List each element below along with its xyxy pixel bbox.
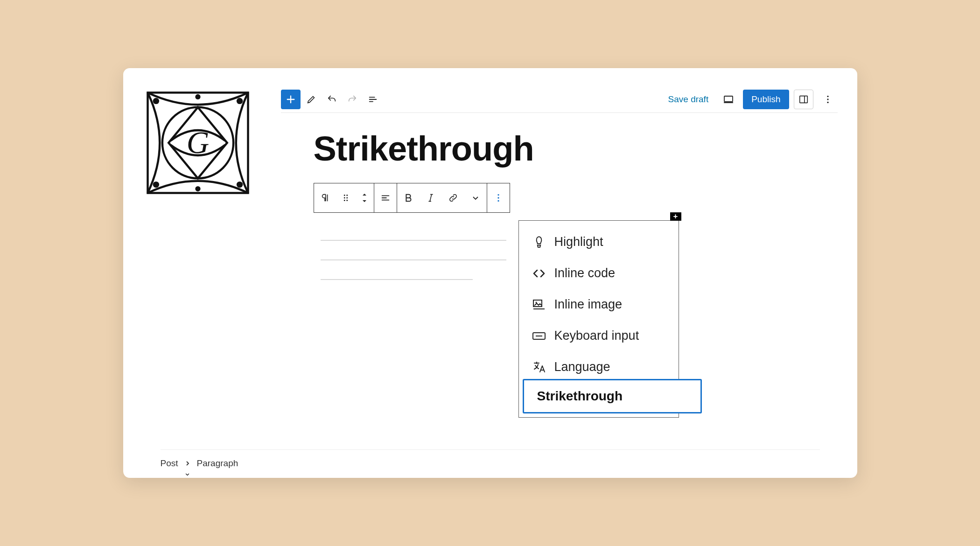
redo-button[interactable] [343, 90, 362, 109]
dropdown-plus-tab: + [670, 212, 681, 221]
editor-window: G Save draft [123, 68, 857, 478]
preview-icon [723, 94, 734, 105]
plus-icon [286, 94, 296, 105]
resize-caret: ⌄ [184, 468, 191, 478]
svg-point-19 [346, 200, 348, 201]
dropdown-item-label: Highlight [554, 235, 603, 249]
svg-point-2 [153, 98, 159, 104]
svg-point-21 [497, 197, 499, 198]
dropdown-item-label: Keyboard input [554, 329, 639, 343]
code-icon [532, 266, 546, 280]
svg-point-20 [497, 194, 499, 196]
dropdown-item-strikethrough[interactable]: Strikethrough [523, 379, 702, 413]
paragraph-icon [320, 193, 330, 203]
svg-rect-10 [799, 96, 807, 103]
dropdown-item-keyboard-input[interactable]: Keyboard input [519, 320, 679, 351]
gutenberg-logo-icon: G [146, 91, 250, 195]
sidebar-icon [798, 94, 809, 105]
keyboard-icon [532, 329, 546, 343]
editor-topbar: Save draft Publish [281, 91, 838, 113]
post-title[interactable]: Strikethrough [314, 129, 829, 168]
dropdown-item-inline-image[interactable]: Inline image [519, 289, 679, 320]
svg-point-11 [827, 95, 828, 97]
svg-point-4 [153, 182, 159, 188]
save-draft-button[interactable]: Save draft [663, 91, 714, 108]
undo-button[interactable] [322, 90, 342, 109]
block-options-button[interactable] [487, 183, 510, 212]
svg-point-12 [827, 98, 828, 100]
more-vertical-icon [823, 94, 833, 105]
block-type-button[interactable] [314, 183, 336, 212]
italic-icon [427, 193, 434, 203]
bold-icon [404, 193, 413, 203]
placeholder-line [321, 240, 506, 241]
dropdown-item-inline-code[interactable]: Inline code [519, 258, 679, 289]
edit-icon [306, 94, 316, 105]
undo-icon [327, 94, 337, 105]
document-overview-button[interactable] [363, 90, 383, 109]
inline-image-icon [532, 298, 546, 312]
publish-button[interactable]: Publish [743, 90, 789, 109]
svg-point-24 [535, 301, 537, 303]
move-updown-icon [360, 192, 369, 203]
dropdown-item-label: Language [554, 360, 610, 374]
list-view-icon [368, 94, 378, 105]
svg-point-18 [343, 200, 345, 201]
svg-point-16 [343, 197, 345, 199]
dropdown-item-label: Inline image [554, 297, 623, 312]
placeholder-line [321, 259, 506, 260]
settings-sidebar-toggle[interactable] [794, 90, 813, 109]
options-button[interactable] [818, 90, 838, 109]
svg-point-17 [346, 197, 348, 199]
svg-point-15 [346, 195, 348, 196]
dropdown-item-label: Strikethrough [537, 389, 623, 403]
svg-point-14 [343, 195, 345, 196]
redo-icon [347, 94, 357, 105]
svg-point-7 [195, 186, 200, 191]
link-button[interactable] [442, 183, 464, 212]
link-icon [448, 193, 458, 203]
italic-button[interactable] [420, 183, 442, 212]
site-logo[interactable]: G [146, 91, 250, 195]
add-block-button[interactable] [281, 90, 301, 109]
paragraph-placeholder[interactable] [321, 240, 506, 299]
block-toolbar [314, 183, 510, 213]
highlight-icon [532, 235, 546, 249]
tools-button[interactable] [301, 90, 321, 109]
breadcrumb-root[interactable]: Post [161, 458, 178, 469]
svg-point-13 [827, 101, 828, 103]
topbar-right-group: Save draft Publish [663, 90, 838, 109]
rich-text-dropdown: + Highlight Inline code Inline image Key… [518, 220, 679, 418]
svg-point-22 [497, 200, 499, 202]
align-left-icon [380, 193, 391, 203]
svg-point-3 [236, 98, 242, 104]
align-button[interactable] [374, 183, 397, 212]
svg-rect-9 [724, 96, 733, 102]
placeholder-line [321, 279, 473, 280]
move-block-button[interactable] [355, 183, 374, 212]
block-breadcrumb: Post Paragraph [161, 449, 820, 469]
drag-handle[interactable] [336, 183, 355, 212]
preview-button[interactable] [719, 90, 738, 109]
drag-icon [342, 193, 350, 203]
chevron-down-icon [471, 194, 480, 202]
breadcrumb-current[interactable]: Paragraph [197, 458, 238, 469]
post-title-area: Strikethrough [314, 129, 829, 168]
svg-point-6 [195, 94, 200, 99]
more-vertical-icon [493, 193, 504, 203]
svg-point-5 [236, 182, 242, 188]
bold-button[interactable] [397, 183, 420, 212]
chevron-right-icon [185, 461, 190, 466]
topbar-left-group [281, 90, 383, 109]
dropdown-item-label: Inline code [554, 266, 616, 280]
language-icon [532, 360, 546, 374]
dropdown-item-highlight[interactable]: Highlight [519, 226, 679, 258]
more-rich-text-button[interactable] [464, 183, 487, 212]
